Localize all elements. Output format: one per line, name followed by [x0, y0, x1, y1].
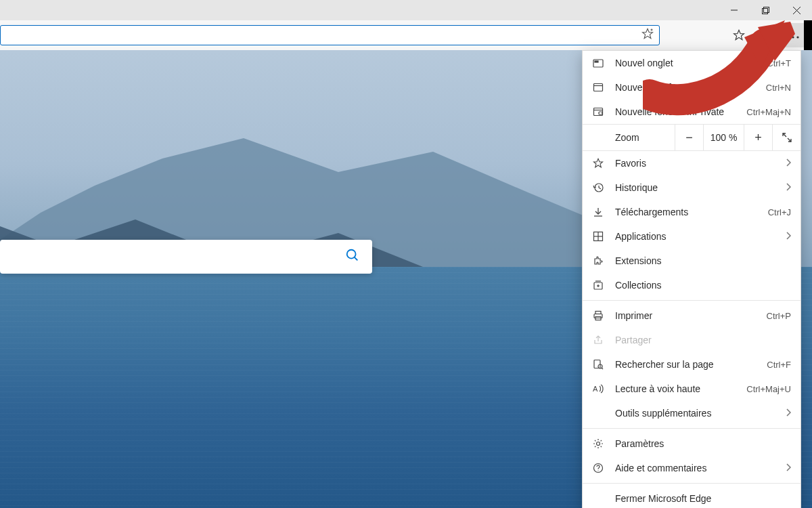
menu-settings[interactable]: Paramètres	[583, 431, 800, 456]
menu-favorites[interactable]: Favoris	[583, 151, 800, 175]
new-window-icon	[592, 82, 604, 93]
settings-menu: Nouvel onglet Ctrl+T Nouvelle fenêtre Ct…	[582, 50, 801, 508]
svg-rect-17	[594, 84, 603, 91]
favorites-toolbar-icon[interactable]	[731, 29, 747, 41]
menu-print[interactable]: Imprimer Ctrl+P	[583, 303, 800, 328]
menu-share: Partager	[583, 328, 800, 352]
share-icon	[592, 335, 604, 345]
menu-label: Rechercher sur la page	[615, 359, 756, 370]
zoom-label: Zoom	[583, 125, 675, 150]
svg-point-43	[597, 442, 600, 446]
print-icon	[592, 310, 604, 321]
svg-point-11	[792, 36, 794, 38]
menu-label: Nouvelle fenêtre	[615, 82, 755, 93]
svg-rect-21	[599, 112, 602, 114]
zoom-out-button[interactable]: −	[675, 125, 703, 150]
menu-close-edge[interactable]: Fermer Microsoft Edge	[583, 486, 800, 508]
menu-shortcut: Ctrl+T	[767, 58, 791, 68]
menu-label: Fermer Microsoft Edge	[615, 493, 791, 504]
menu-label: Imprimer	[615, 310, 756, 321]
menu-label: Aide et commentaires	[615, 463, 775, 473]
menu-shortcut: Ctrl+P	[767, 311, 791, 321]
menu-find[interactable]: Rechercher sur la page Ctrl+F	[583, 352, 800, 377]
menu-separator	[583, 428, 800, 429]
menu-apps[interactable]: Applications	[583, 224, 800, 249]
svg-line-22	[783, 133, 786, 137]
menu-label: Historique	[615, 182, 775, 193]
svg-point-10	[787, 36, 789, 38]
chevron-right-icon	[786, 182, 791, 193]
minimize-button[interactable]	[719, 0, 750, 20]
svg-text:A: A	[593, 385, 598, 393]
zoom-value: 100 %	[703, 125, 744, 150]
svg-line-23	[788, 138, 791, 142]
menu-shortcut: Ctrl+J	[768, 207, 791, 217]
svg-line-14	[355, 257, 358, 261]
find-icon	[592, 359, 604, 370]
menu-label: Partager	[615, 335, 791, 345]
menu-shortcut: Ctrl+Maj+N	[746, 107, 791, 117]
maximize-button[interactable]	[750, 0, 781, 20]
close-button[interactable]	[781, 0, 812, 20]
history-icon	[592, 182, 604, 193]
menu-label: Nouvelle fenêtre InPrivate	[615, 106, 736, 117]
svg-point-13	[347, 250, 356, 259]
new-tab-search-box[interactable]	[0, 240, 372, 274]
menu-label: Paramètres	[615, 438, 791, 449]
apps-icon	[592, 231, 604, 242]
chevron-right-icon	[786, 231, 791, 242]
menu-new-tab[interactable]: Nouvel onglet Ctrl+T	[583, 51, 800, 75]
toolbar	[0, 20, 812, 50]
search-input[interactable]	[12, 251, 345, 263]
star-icon	[592, 158, 604, 169]
search-icon[interactable]	[345, 248, 360, 266]
menu-new-inprivate[interactable]: Nouvelle fenêtre InPrivate Ctrl+Maj+N	[583, 100, 800, 124]
add-favorite-icon[interactable]	[641, 28, 654, 43]
menu-separator	[583, 483, 800, 484]
svg-rect-1	[762, 8, 767, 14]
svg-line-41	[602, 368, 603, 369]
profile-icon[interactable]	[755, 29, 771, 41]
menu-label: Extensions	[615, 255, 791, 266]
inprivate-icon	[592, 106, 604, 117]
menu-more-tools[interactable]: Outils supplémentaires	[583, 401, 800, 425]
menu-label: Nouvel onglet	[615, 58, 756, 68]
svg-marker-8	[734, 30, 744, 40]
fullscreen-button[interactable]	[772, 125, 800, 150]
address-bar[interactable]	[0, 25, 660, 45]
svg-point-45	[597, 470, 598, 471]
svg-rect-35	[595, 312, 601, 314]
help-icon	[592, 463, 604, 473]
menu-label: Téléchargements	[615, 207, 757, 217]
menu-label: Outils supplémentaires	[615, 408, 775, 419]
chevron-right-icon	[786, 408, 791, 419]
menu-new-window[interactable]: Nouvelle fenêtre Ctrl+N	[583, 75, 800, 100]
settings-and-more-button[interactable]	[780, 23, 807, 47]
menu-help[interactable]: Aide et commentaires	[583, 456, 800, 480]
svg-point-9	[761, 31, 765, 35]
read-aloud-icon: A	[592, 383, 604, 394]
menu-read-aloud[interactable]: A Lecture à voix haute Ctrl+Maj+U	[583, 377, 800, 401]
chevron-right-icon	[786, 158, 791, 169]
svg-rect-16	[595, 61, 598, 62]
svg-marker-24	[593, 158, 602, 167]
menu-zoom-row: Zoom − 100 % +	[583, 124, 800, 151]
window-titlebar	[0, 0, 812, 20]
svg-rect-2	[763, 7, 769, 12]
svg-point-12	[796, 36, 798, 38]
download-icon	[592, 207, 604, 217]
menu-shortcut: Ctrl+F	[767, 360, 791, 370]
menu-downloads[interactable]: Téléchargements Ctrl+J	[583, 200, 800, 224]
gear-icon	[592, 438, 604, 449]
menu-label: Collections	[615, 280, 791, 291]
menu-shortcut: Ctrl+Maj+U	[746, 384, 791, 394]
svg-rect-39	[594, 360, 600, 368]
menu-shortcut: Ctrl+N	[766, 83, 791, 93]
zoom-in-button[interactable]: +	[744, 125, 772, 150]
more-horizontal-icon	[787, 29, 799, 41]
menu-extensions[interactable]: Extensions	[583, 249, 800, 273]
svg-marker-5	[643, 29, 653, 39]
menu-history[interactable]: Historique	[583, 175, 800, 200]
menu-label: Applications	[615, 231, 775, 242]
menu-collections[interactable]: Collections	[583, 273, 800, 297]
